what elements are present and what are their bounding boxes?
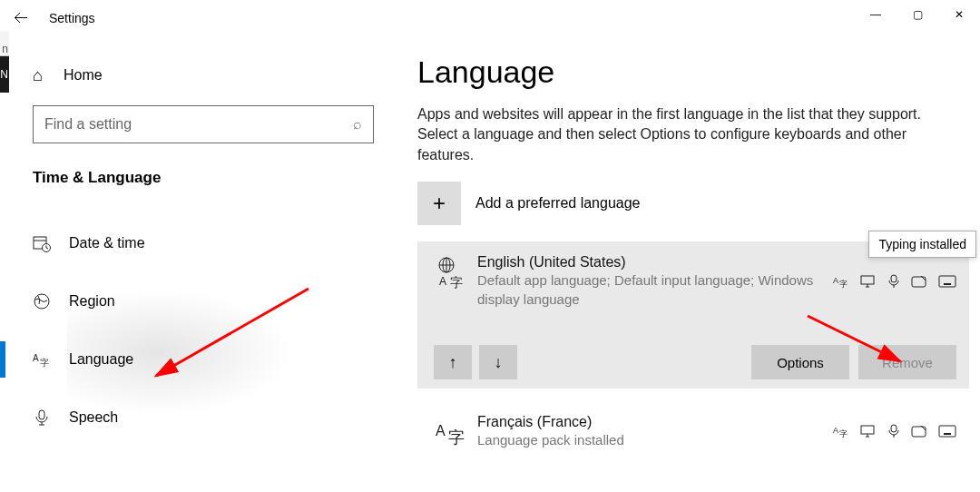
language-icon: A字 — [33, 350, 69, 369]
home-icon: ⌂ — [33, 66, 64, 85]
remove-button[interactable]: Remove — [858, 345, 956, 379]
svg-text:A: A — [436, 423, 446, 438]
options-button[interactable]: Options — [751, 345, 849, 379]
home-label: Home — [64, 67, 103, 84]
language-subtitle: Language pack installed — [477, 430, 833, 449]
speech-icon — [887, 424, 900, 441]
sidebar-item-region[interactable]: Region — [13, 272, 390, 330]
svg-rect-8 — [39, 410, 44, 419]
language-name: English (United States) — [477, 254, 833, 271]
svg-rect-37 — [861, 426, 874, 434]
handwriting-icon — [911, 274, 927, 291]
tooltip-typing-installed: Typing installed — [868, 231, 976, 258]
svg-text:字: 字 — [839, 280, 848, 289]
nav-label: Date & time — [69, 235, 145, 251]
microphone-icon — [33, 408, 69, 427]
window-controls: — ▢ ✕ — [855, 0, 980, 29]
language-glyph-icon: A字 — [434, 414, 477, 449]
language-name: Français (France) — [477, 414, 833, 430]
svg-text:字: 字 — [40, 358, 49, 368]
move-down-button[interactable]: ↓ — [479, 345, 517, 379]
svg-text:A: A — [833, 426, 838, 435]
text-to-speech-icon: A字 — [833, 274, 849, 291]
add-language-row[interactable]: + Add a preferred language — [417, 182, 969, 225]
svg-rect-40 — [891, 425, 897, 432]
minimize-button[interactable]: — — [855, 0, 897, 29]
search-input[interactable]: Find a setting ⌕ — [33, 105, 374, 143]
feature-icons: A字 — [833, 254, 956, 309]
keyboard-icon — [938, 275, 956, 290]
display-icon — [860, 424, 877, 441]
text-to-speech-icon: A字 — [833, 424, 849, 441]
svg-text:字: 字 — [450, 275, 463, 289]
speech-icon — [887, 274, 900, 291]
svg-rect-44 — [939, 426, 956, 437]
svg-text:A: A — [439, 275, 446, 288]
globe-icon — [33, 292, 69, 310]
sidebar-item-date-time[interactable]: Date & time — [13, 214, 390, 272]
language-item-french[interactable]: A字 Français (France) Language pack insta… — [417, 401, 969, 458]
sidebar-item-language[interactable]: A字 Language — [13, 330, 390, 389]
keyboard-icon — [938, 425, 956, 440]
plus-icon[interactable]: + — [417, 182, 461, 225]
search-icon: ⌕ — [353, 116, 362, 133]
language-glyph-icon: A字 — [434, 254, 477, 309]
nav-label: Speech — [69, 409, 118, 426]
close-button[interactable]: ✕ — [938, 0, 980, 29]
sidebar-item-speech[interactable]: Speech — [13, 389, 390, 447]
calendar-clock-icon — [33, 234, 69, 252]
svg-text:字: 字 — [839, 429, 848, 438]
language-subtitle: Default app language; Default input lang… — [477, 271, 833, 309]
svg-rect-22 — [891, 275, 897, 282]
svg-rect-26 — [939, 276, 956, 287]
maximize-button[interactable]: ▢ — [897, 0, 938, 29]
move-up-button[interactable]: ↑ — [434, 345, 472, 379]
page-title: Language — [417, 54, 969, 90]
external-crop: n N — [0, 31, 9, 122]
feature-icons: A字 — [833, 414, 956, 449]
page-description: Apps and websites will appear in the fir… — [417, 104, 962, 165]
display-icon — [860, 274, 877, 291]
nav-label: Region — [69, 293, 115, 310]
nav: Date & time Region A字 Language Speech — [13, 214, 390, 447]
add-language-label: Add a preferred language — [475, 195, 640, 212]
svg-text:A: A — [33, 353, 39, 363]
handwriting-icon — [911, 424, 927, 441]
nav-label: Language — [69, 351, 133, 368]
search-placeholder: Find a setting — [44, 116, 132, 133]
svg-text:A: A — [833, 276, 838, 285]
svg-rect-19 — [861, 276, 874, 284]
language-item-english[interactable]: A字 English (United States) Default app l… — [417, 241, 969, 389]
main-content: Language Apps and websites will appear i… — [417, 54, 969, 471]
sidebar-item-home[interactable]: ⌂ Home — [13, 54, 390, 96]
sidebar: ⌂ Home Find a setting ⌕ Time & Language … — [13, 0, 390, 447]
section-title: Time & Language — [13, 153, 390, 196]
svg-text:字: 字 — [448, 428, 465, 447]
